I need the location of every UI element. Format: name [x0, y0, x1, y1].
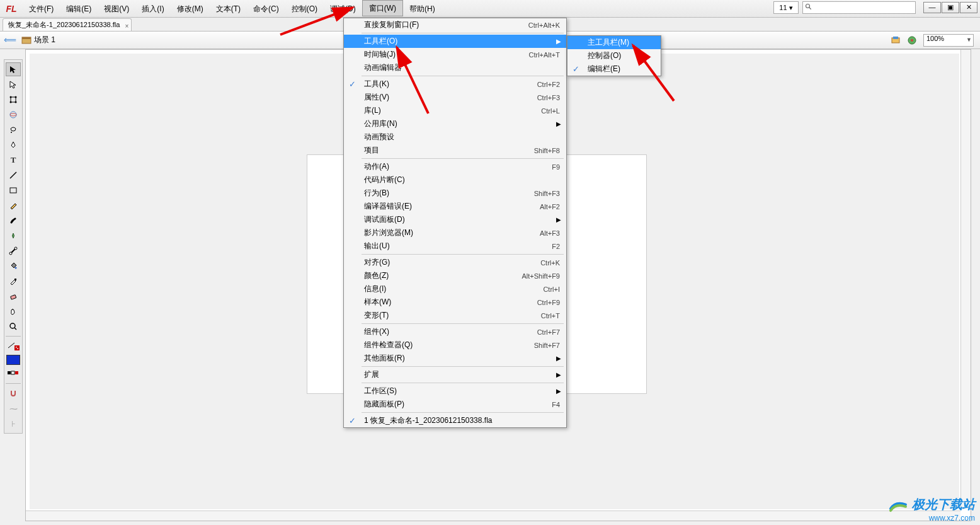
menu-item-label: 动画编辑器: [364, 62, 560, 73]
watermark-icon: [887, 499, 909, 514]
stroke-color-tool[interactable]: [6, 339, 21, 353]
selection-tool[interactable]: [6, 62, 21, 76]
menu-item[interactable]: 隐藏面板(P)F4: [344, 398, 566, 411]
lasso-tool[interactable]: [6, 123, 21, 137]
menu-shortcut: Ctrl+L: [541, 107, 560, 115]
menu-item[interactable]: 工作区(S)▶: [344, 384, 566, 398]
bone-tool[interactable]: [6, 244, 21, 258]
menu-item[interactable]: 项目Shift+F8: [344, 144, 566, 157]
menu-文件[interactable]: 文件(F): [23, 0, 60, 18]
minimize-button[interactable]: —: [923, 2, 941, 13]
menu-item-label: 组件检查器(Q): [364, 340, 534, 350]
menu-item[interactable]: 信息(I)Ctrl+I: [344, 282, 566, 296]
menu-文本[interactable]: 文本(T): [210, 0, 247, 18]
menu-item[interactable]: 变形(T)Ctrl+T: [344, 309, 566, 322]
menu-item[interactable]: 样本(W)Ctrl+F9: [344, 296, 566, 309]
menu-shortcut: Alt+F3: [540, 229, 560, 237]
menu-item[interactable]: 对齐(G)Ctrl+K: [344, 256, 566, 269]
menu-item[interactable]: 组件检查器(Q)Shift+F7: [344, 338, 566, 352]
zoom-tool[interactable]: [6, 320, 21, 333]
smooth-tool[interactable]: ⁓: [6, 401, 21, 415]
fill-color-swatch[interactable]: [6, 355, 20, 365]
menu-item[interactable]: 时间轴(J)Ctrl+Alt+T: [344, 48, 566, 61]
line-tool[interactable]: [6, 168, 21, 182]
zoom-select[interactable]: 100% ▼: [923, 34, 974, 47]
menu-shortcut: F2: [552, 243, 560, 250]
menu-命令[interactable]: 命令(C): [247, 0, 285, 18]
close-button[interactable]: ✕: [960, 2, 977, 13]
menu-item[interactable]: 颜色(Z)Alt+Shift+F9: [344, 269, 566, 282]
menu-编辑[interactable]: 编辑(E): [60, 0, 98, 18]
menu-item[interactable]: 调试面板(D)▶: [344, 213, 566, 226]
snap-tool[interactable]: [6, 386, 21, 400]
svg-point-14: [10, 113, 16, 116]
menu-item[interactable]: 主工具栏(M): [567, 36, 661, 49]
menu-shortcut: Ctrl+K: [540, 259, 560, 267]
search-input[interactable]: [802, 1, 916, 14]
menu-item-label: 影片浏览器(M): [364, 228, 540, 238]
vertical-scrollbar[interactable]: [960, 50, 971, 509]
deco-tool[interactable]: [6, 229, 21, 243]
menu-item-label: 工具栏(O): [364, 36, 560, 47]
svg-rect-21: [14, 279, 16, 280]
menu-item[interactable]: 库(L)Ctrl+L: [344, 104, 566, 117]
menu-bar: FL 文件(F)编辑(E)视图(V)插入(I)修改(M)文本(T)命令(C)控制…: [0, 0, 980, 18]
subselection-tool[interactable]: [6, 78, 21, 91]
menu-item[interactable]: 动画预设: [344, 130, 566, 144]
menu-视图[interactable]: 视图(V): [98, 0, 135, 18]
brush-tool[interactable]: [6, 214, 21, 228]
menu-item[interactable]: 属性(V)Ctrl+F3: [344, 91, 566, 104]
menu-item[interactable]: 直接复制窗口(F)Ctrl+Alt+K: [344, 18, 566, 32]
menu-separator: [362, 76, 564, 76]
menu-item[interactable]: ✓1 恢复_未命名-1_20230612150338.fla: [344, 414, 566, 427]
free-transform-tool[interactable]: [6, 93, 21, 107]
menu-插入[interactable]: 插入(I): [135, 0, 170, 18]
menu-修改[interactable]: 修改(M): [171, 0, 210, 18]
menu-item[interactable]: 代码片断(C): [344, 173, 566, 187]
close-tab-icon[interactable]: ×: [125, 20, 129, 32]
color-options-tool[interactable]: [6, 367, 21, 381]
menu-item[interactable]: 扩展▶: [344, 368, 566, 381]
menu-item[interactable]: 公用库(N)▶: [344, 117, 566, 130]
menu-控制[interactable]: 控制(O): [285, 0, 324, 18]
edit-symbols-icon[interactable]: [907, 35, 917, 45]
menu-帮助[interactable]: 帮助(H): [403, 0, 442, 18]
back-arrow-icon[interactable]: ⟸: [4, 35, 15, 46]
menu-item[interactable]: 控制器(O): [567, 49, 661, 62]
file-tab[interactable]: 恢复_未命名-1_20230612150338.fla ×: [3, 18, 132, 31]
menu-调试[interactable]: 调试(D): [324, 0, 362, 18]
window-menu-dropdown: 直接复制窗口(F)Ctrl+Alt+K工具栏(O)▶时间轴(J)Ctrl+Alt…: [343, 18, 567, 428]
eraser-tool[interactable]: [6, 289, 21, 303]
svg-point-7: [911, 39, 913, 42]
menubar-right: 11 ▾ — ▣ ✕: [773, 1, 977, 14]
maximize-button[interactable]: ▣: [942, 2, 959, 13]
rectangle-tool[interactable]: [6, 183, 21, 197]
menu-item[interactable]: 其他面板(R)▶: [344, 352, 566, 365]
svg-rect-5: [893, 37, 898, 39]
menu-item[interactable]: 组件(X)Ctrl+F7: [344, 325, 566, 338]
hand-tool[interactable]: [6, 304, 21, 318]
menu-窗口[interactable]: 窗口(W): [362, 0, 403, 16]
menu-item[interactable]: ✓编辑栏(E): [567, 62, 661, 76]
watermark: 极光下载站 www.xz7.com: [887, 496, 975, 522]
menu-item[interactable]: ✓工具(K)Ctrl+F2: [344, 78, 566, 91]
font-size-box[interactable]: 11 ▾: [773, 1, 799, 14]
3d-rotation-tool[interactable]: [6, 108, 21, 122]
menu-item[interactable]: 行为(B)Shift+F3: [344, 187, 566, 200]
paint-bucket-tool[interactable]: [6, 259, 21, 273]
menu-item[interactable]: 影片浏览器(M)Alt+F3: [344, 226, 566, 239]
pen-tool[interactable]: [6, 138, 21, 152]
pencil-tool[interactable]: [6, 199, 21, 212]
menu-item[interactable]: 输出(U)F2: [344, 239, 566, 253]
menu-item[interactable]: 动作(A)F9: [344, 160, 566, 173]
eyedropper-tool[interactable]: [6, 274, 21, 288]
menu-item-label: 工具(K): [364, 79, 537, 89]
menu-item[interactable]: 编译器错误(E)Alt+F2: [344, 200, 566, 213]
text-tool[interactable]: T: [6, 153, 21, 167]
menu-item-label: 其他面板(R): [364, 353, 560, 364]
menu-item[interactable]: 动画编辑器: [344, 61, 566, 74]
straighten-tool[interactable]: ⊦: [6, 417, 21, 430]
menu-item[interactable]: 工具栏(O)▶: [344, 35, 566, 48]
edit-scene-icon[interactable]: [891, 35, 901, 45]
horizontal-scrollbar[interactable]: [26, 511, 960, 521]
